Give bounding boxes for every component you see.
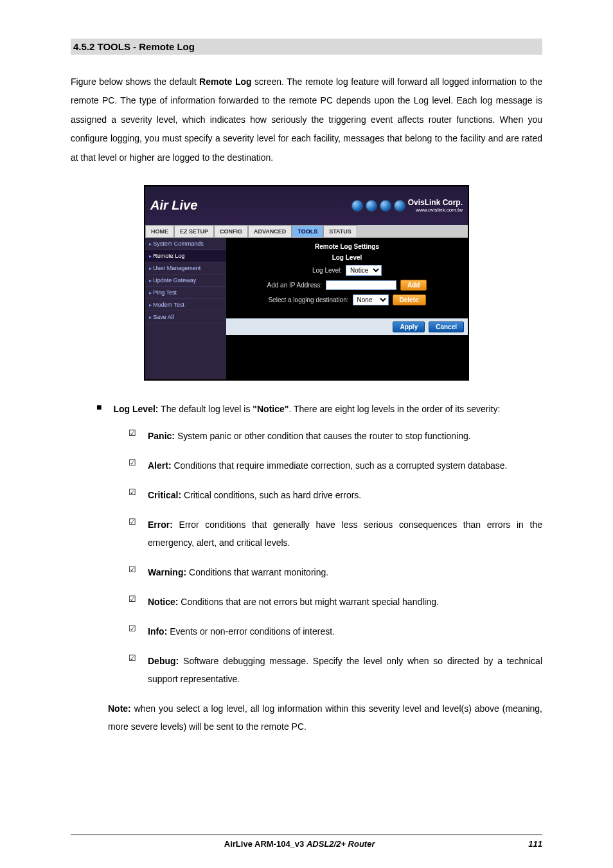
tab-config[interactable]: CONFIG bbox=[214, 225, 248, 237]
level-desc: Critical conditions, such as hard drive … bbox=[181, 490, 361, 500]
checkbox-icon: ☑ bbox=[129, 593, 136, 606]
level-desc: Software debugging message. Specify the … bbox=[148, 656, 542, 684]
footer-model: ADSL2/2+ Router bbox=[306, 839, 375, 849]
logo-text: Air Live bbox=[150, 198, 197, 213]
level-item: ☑Panic: System panic or other condition … bbox=[129, 427, 542, 445]
checkbox-icon: ☑ bbox=[129, 652, 136, 665]
sidebar-item-save-all[interactable]: Save All bbox=[145, 311, 226, 323]
airlive-logo: Air Live bbox=[150, 198, 197, 213]
main-bullet-bold: "Notice" bbox=[253, 404, 289, 414]
level-item: ☑Critical: Critical conditions, such as … bbox=[129, 486, 542, 504]
main-bullet: ■ Log Level: The default log level is "N… bbox=[96, 400, 542, 418]
log-level-heading: Log Level bbox=[233, 254, 461, 261]
level-item: ☑Warning: Conditions that warrant monito… bbox=[129, 563, 542, 581]
sidebar: System Commands Remote Log User Manageme… bbox=[145, 238, 226, 379]
tab-status[interactable]: STATUS bbox=[323, 225, 357, 237]
destination-select[interactable]: None bbox=[353, 294, 389, 305]
intro-bold: Remote Log bbox=[199, 77, 252, 87]
main-bullet-label: Log Level: bbox=[113, 404, 158, 414]
level-item: ☑Notice: Conditions that are not errors … bbox=[129, 593, 542, 611]
main-bullet-text2: . There are eight log levels in the orde… bbox=[289, 404, 500, 414]
level-item: ☑Error: Error conditions that generally … bbox=[129, 516, 542, 552]
intro-suffix: screen. The remote log feature will forw… bbox=[71, 77, 542, 163]
level-desc: Error conditions that generally have les… bbox=[148, 520, 542, 548]
top-tabs: HOME EZ SETUP CONFIG ADVANCED TOOLS STAT… bbox=[145, 225, 468, 238]
level-name: Error: bbox=[148, 520, 173, 530]
apply-button[interactable]: Apply bbox=[393, 321, 425, 332]
footer-page-number: 111 bbox=[528, 839, 542, 849]
level-name: Alert: bbox=[148, 460, 172, 471]
footer-center: AirLive ARM-104_v3 ADSL2/2+ Router bbox=[224, 839, 375, 849]
ovislink-branding: OvisLink Corp. www.ovislink.com.tw bbox=[408, 198, 463, 213]
level-name: Notice: bbox=[148, 597, 178, 607]
content-panel: Remote Log Settings Log Level Log Level:… bbox=[226, 238, 468, 379]
square-bullet-icon: ■ bbox=[96, 400, 102, 414]
header-icon[interactable] bbox=[366, 200, 377, 212]
button-bar: Apply Cancel bbox=[226, 318, 468, 335]
level-desc: Conditions that warrant monitoring. bbox=[186, 567, 328, 577]
level-name: Warning: bbox=[148, 567, 186, 577]
sidebar-item-update-gateway[interactable]: Update Gateway bbox=[145, 275, 226, 287]
ovislink-title: OvisLink Corp. bbox=[408, 198, 463, 207]
sidebar-item-ping-test[interactable]: Ping Test bbox=[145, 287, 226, 299]
tab-ez-setup[interactable]: EZ SETUP bbox=[174, 225, 214, 237]
intro-prefix: Figure below shows the default bbox=[71, 77, 199, 87]
note-label: Note: bbox=[108, 703, 131, 714]
level-desc: Conditions that are not errors but might… bbox=[178, 597, 438, 607]
intro-paragraph: Figure below shows the default Remote Lo… bbox=[71, 73, 542, 167]
tab-tools[interactable]: TOOLS bbox=[292, 225, 323, 237]
header-icon[interactable] bbox=[351, 200, 363, 212]
level-desc: Events or non-error conditions of intere… bbox=[167, 626, 335, 637]
level-desc: System panic or other condition that cau… bbox=[175, 431, 471, 441]
level-item: ☑Info: Events or non-error conditions of… bbox=[129, 622, 542, 640]
sidebar-item-modem-test[interactable]: Modem Test bbox=[145, 299, 226, 311]
note-text: when you select a log level, all log inf… bbox=[108, 703, 542, 732]
main-bullet-text1: The default log level is bbox=[158, 404, 253, 414]
tab-home[interactable]: HOME bbox=[145, 225, 174, 237]
sidebar-item-system-commands[interactable]: System Commands bbox=[145, 238, 226, 250]
screenshot-header: Air Live OvisLink Corp. www.ovislink.com… bbox=[145, 186, 468, 225]
level-desc: Conditions that require immediate correc… bbox=[172, 460, 508, 471]
panel-title: Remote Log Settings bbox=[233, 243, 461, 250]
header-icon[interactable] bbox=[380, 200, 391, 212]
add-button[interactable]: Add bbox=[400, 280, 427, 291]
log-level-label: Log Level: bbox=[312, 267, 342, 274]
checkbox-icon: ☑ bbox=[129, 563, 136, 577]
checkbox-icon: ☑ bbox=[129, 486, 136, 500]
checkbox-icon: ☑ bbox=[129, 622, 136, 636]
page-footer: AirLive ARM-104_v3 ADSL2/2+ Router 111 bbox=[71, 835, 542, 849]
level-name: Panic: bbox=[148, 431, 175, 441]
level-name: Info: bbox=[148, 626, 167, 637]
destination-label: Select a logging destination: bbox=[268, 296, 348, 303]
checkbox-icon: ☑ bbox=[129, 516, 136, 529]
log-level-select[interactable]: Notice bbox=[346, 265, 382, 276]
note-block: Note: when you select a log level, all l… bbox=[71, 700, 542, 736]
ovislink-url: www.ovislink.com.tw bbox=[408, 207, 463, 213]
checkbox-icon: ☑ bbox=[129, 457, 136, 470]
delete-button[interactable]: Delete bbox=[393, 294, 426, 305]
checkbox-icon: ☑ bbox=[129, 427, 136, 440]
header-icon[interactable] bbox=[394, 200, 405, 212]
add-ip-label: Add an IP Address: bbox=[267, 282, 322, 289]
level-name: Critical: bbox=[148, 490, 181, 500]
level-item: ☑Alert: Conditions that require immediat… bbox=[129, 457, 542, 475]
tab-advanced[interactable]: ADVANCED bbox=[248, 225, 292, 237]
router-screenshot: Air Live OvisLink Corp. www.ovislink.com… bbox=[144, 185, 469, 381]
sidebar-item-remote-log[interactable]: Remote Log bbox=[145, 250, 226, 262]
sidebar-item-user-management[interactable]: User Management bbox=[145, 262, 226, 275]
level-name: Debug: bbox=[148, 656, 179, 666]
section-heading: 4.5.2 TOOLS - Remote Log bbox=[71, 39, 542, 55]
level-item: ☑Debug: Software debugging message. Spec… bbox=[129, 652, 542, 688]
add-ip-input[interactable] bbox=[326, 280, 396, 290]
cancel-button[interactable]: Cancel bbox=[429, 321, 464, 332]
footer-product: AirLive ARM-104_v3 bbox=[224, 839, 306, 849]
